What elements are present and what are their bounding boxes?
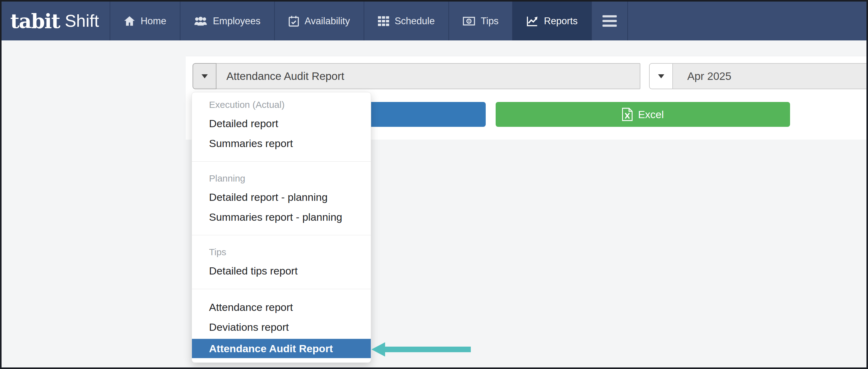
menu-item-detailed-report[interactable]: Detailed report (192, 113, 371, 133)
nav-item-label: Home (141, 16, 166, 27)
top-navbar: tabit Shift Home Employees (2, 2, 866, 40)
excel-button-label: Excel (638, 109, 664, 121)
period-select-caret-button[interactable] (649, 63, 673, 89)
menu-group-header-execution: Execution (Actual) (192, 96, 371, 113)
home-icon (124, 16, 135, 26)
menu-item-detailed-tips-report[interactable]: Detailed tips report (192, 261, 371, 281)
nav-item-label: Availability (305, 16, 350, 27)
nav-item-employees[interactable]: Employees (180, 2, 274, 40)
nav-item-label: Tips (481, 16, 498, 27)
nav-item-home[interactable]: Home (110, 2, 180, 40)
nav-item-tips[interactable]: Tips (448, 2, 512, 40)
nav-hamburger-menu[interactable] (591, 2, 628, 40)
menu-item-deviations-report[interactable]: Deviations report (192, 317, 371, 337)
menu-item-attendance-audit-report-selected[interactable]: Attendance Audit Report (192, 339, 371, 358)
menu-item-detailed-report-planning[interactable]: Detailed report - planning (192, 187, 371, 207)
nav-item-availability[interactable]: Availability (274, 2, 364, 40)
app-window: tabit Shift Home Employees (0, 0, 868, 369)
brand-logo-shift: Shift (65, 12, 99, 30)
hamburger-icon (602, 15, 617, 27)
period-select: Apr 2025 (649, 63, 868, 89)
excel-file-icon (622, 108, 633, 121)
nav-item-label: Schedule (395, 16, 435, 27)
reports-chart-icon (526, 16, 538, 27)
report-type-menu: Execution (Actual) Detailed report Summa… (192, 92, 371, 363)
menu-divider (192, 235, 371, 235)
report-type-select-value[interactable]: Attendance Audit Report (216, 63, 640, 89)
nav-item-reports[interactable]: Reports (512, 2, 591, 40)
menu-item-attendance-report[interactable]: Attendance report (192, 297, 371, 317)
nav-item-label: Reports (544, 16, 578, 27)
report-type-select-caret-button[interactable] (192, 63, 216, 89)
menu-item-summaries-report[interactable]: Summaries report (192, 133, 371, 153)
menu-group-header-tips: Tips (192, 244, 371, 261)
period-select-value[interactable]: Apr 2025 (673, 63, 868, 89)
availability-calendar-icon (288, 16, 299, 27)
chevron-down-icon (202, 74, 208, 78)
nav-item-label: Employees (213, 16, 260, 27)
brand-logo-tabit: tabit (10, 11, 60, 31)
annotation-arrow-left-icon (371, 342, 471, 359)
excel-export-button[interactable]: Excel (496, 102, 790, 127)
employees-icon (194, 16, 207, 26)
brand-logo[interactable]: tabit Shift (2, 2, 110, 40)
schedule-grid-icon (378, 16, 389, 26)
menu-divider (192, 161, 371, 162)
menu-divider (192, 289, 371, 289)
chevron-down-icon (658, 74, 664, 78)
menu-group-header-planning: Planning (192, 170, 371, 187)
menu-item-summaries-report-planning[interactable]: Summaries report - planning (192, 207, 371, 227)
nav-item-schedule[interactable]: Schedule (364, 2, 448, 40)
report-type-select: Attendance Audit Report (192, 63, 640, 89)
tips-money-icon (463, 17, 475, 26)
